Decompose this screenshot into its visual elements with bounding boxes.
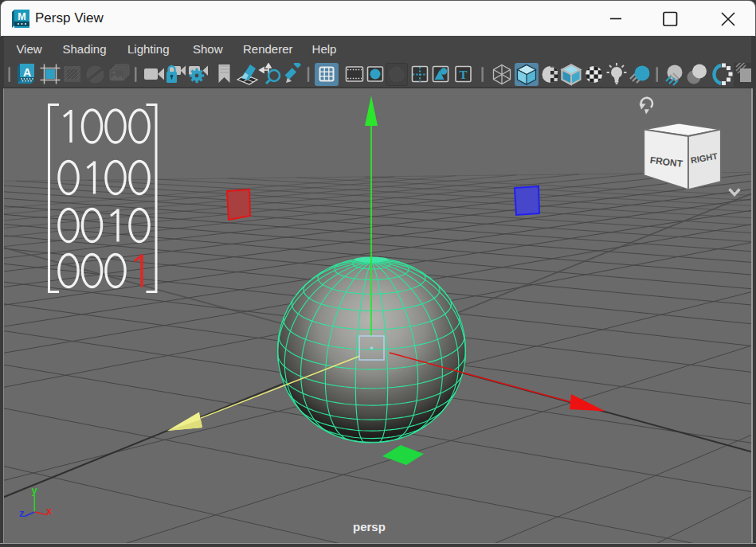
svg-text:y: y — [32, 484, 38, 496]
svg-text:persp: persp — [353, 520, 386, 533]
svg-text:x: x — [46, 505, 53, 517]
svg-text:T: T — [459, 68, 467, 81]
svg-text:z: z — [19, 507, 25, 519]
svg-text:M: M — [18, 11, 25, 22]
svg-text:A: A — [23, 66, 31, 79]
